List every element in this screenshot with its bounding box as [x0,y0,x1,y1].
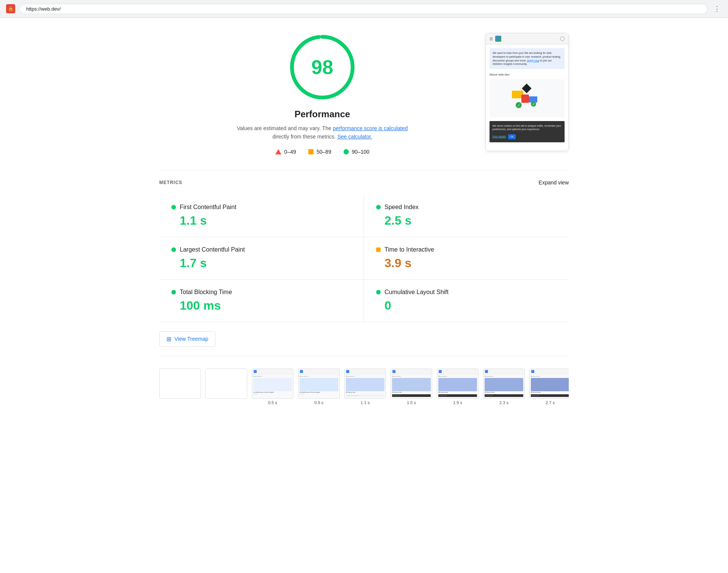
legend-item-fail: 0–49 [275,149,296,155]
shape-diamond [522,83,531,93]
filmstrip: About web.dev Let's build the future of … [159,365,569,408]
metric-card-tbt: Total Blocking Time 100 ms [159,280,364,322]
tbt-value: 100 ms [171,299,351,313]
preview-hamburger-icon: ☰ [490,37,493,41]
treemap-icon: ⊞ [166,335,171,343]
average-icon [308,149,314,154]
filmstrip-thumb-7: About web.dev We show you what We serve … [483,368,525,399]
url-bar[interactable]: https://web.dev/ [20,4,708,14]
metric-card-si: Speed Index 2.5 s [364,195,569,237]
shape-check-circle-2: ✓ [531,101,536,107]
score-legend: 0–49 50–89 90–100 [275,149,370,155]
metrics-label: METRICS [159,180,182,185]
screenshot-preview: ☰ We want to hear from you! We are looki… [485,33,569,151]
preview-heading: About web.dev [490,73,565,76]
filmstrip-time-5: 1.5 s [391,400,432,405]
section-divider [159,170,569,170]
filmstrip-time-4: 1.1 s [344,400,386,405]
fail-range: 0–49 [284,149,296,155]
score-desc-prefix: Values are estimated and may vary. The [237,125,333,131]
lcp-value: 1.7 s [171,256,351,270]
metric-lcp-name-row: Largest Contentful Paint [171,246,351,253]
filmstrip-frame-3: About web.dev Let's build the future of … [298,368,340,405]
shape-pink-hex [521,94,529,103]
filmstrip-thumb-8: About web.dev We show you what We serve … [529,368,569,399]
preview-browser-bar: ☰ [486,33,568,44]
si-status-icon [376,205,381,209]
metric-card-cls: Cumulative Layout Shift 0 [364,280,569,322]
expand-view-button[interactable]: Expand view [539,179,569,186]
cls-label: Cumulative Layout Shift [384,289,449,296]
lcp-label: Largest Contentful Paint [180,246,245,253]
metrics-header: METRICS Expand view [159,179,569,186]
browser-app-icon: 🔒 [6,4,15,13]
legend-item-pass: 90–100 [344,149,370,155]
cookie-more-details-link[interactable]: More details [493,135,506,138]
filmstrip-frame-8: About web.dev We show you what We serve … [529,368,569,405]
legend-item-average: 50–89 [308,149,331,155]
filmstrip-thumb-5: About web.dev We show you what We serve … [391,368,432,399]
metric-tbt-name-row: Total Blocking Time [171,289,351,296]
tti-value: 3.9 s [376,256,557,270]
preview-banner: We want to hear from you! We are looking… [490,48,565,69]
shape-check-circle-1: ✓ [516,102,522,108]
filmstrip-frame-4: About web.dev We show you what We serve … [344,368,386,405]
score-section: 98 Performance Values are estimated and … [159,33,569,155]
tti-status-icon [376,247,381,252]
illustration-shapes: ✓ ✓ [510,83,544,113]
filmstrip-time-6: 1.9 s [437,400,479,405]
performance-score-link[interactable]: performance score is calculated [333,125,408,131]
score-description: Values are estimated and may vary. The p… [231,124,413,141]
pass-range: 90–100 [352,149,370,155]
preview-body: We want to hear from you! We are looking… [486,44,568,151]
banner-link[interactable]: Apply now [527,59,539,62]
metric-cls-name-row: Cumulative Layout Shift [376,289,557,296]
si-label: Speed Index [384,204,419,211]
cookie-text: We serve cookies on this site to analyze… [493,124,561,131]
score-desc-middle: directly from these metrics. [273,134,337,140]
average-range: 50–89 [317,149,331,155]
fcp-value: 1.1 s [171,214,351,228]
filmstrip-thumb-2: About web.dev Let's build the future of … [252,368,293,399]
lcp-status-icon [171,247,176,252]
score-left-panel: 98 Performance Values are estimated and … [159,33,485,155]
treemap-section: ⊞ View Treemap [159,322,569,356]
tbt-status-icon [171,290,176,294]
filmstrip-thumb-4: About web.dev We show you what We serve … [344,368,386,399]
cls-value: 0 [376,299,557,313]
browser-menu-icon[interactable]: ⋮ [712,3,722,14]
score-circle: 98 [288,33,356,101]
preview-logo [495,36,501,42]
fail-icon [275,149,281,154]
tbt-label: Total Blocking Time [180,289,232,296]
metrics-grid: First Contentful Paint 1.1 s Speed Index… [159,195,569,322]
metric-card-fcp: First Contentful Paint 1.1 s [159,195,364,237]
calculator-link[interactable]: See calculator. [337,134,372,140]
tti-label: Time to Interactive [384,246,434,253]
filmstrip-time-3: 0.9 s [298,400,340,405]
browser-chrome: 🔒 https://web.dev/ ⋮ [0,0,728,18]
view-treemap-button[interactable]: ⊞ View Treemap [159,331,215,347]
filmstrip-thumb-1 [206,368,247,399]
filmstrip-frame-5: About web.dev We show you what We serve … [391,368,432,405]
si-value: 2.5 s [376,214,557,228]
main-content: 98 Performance Values are estimated and … [136,18,592,423]
cookie-ok-button[interactable]: Ok [508,134,516,139]
filmstrip-frame-0 [159,368,201,405]
metric-card-lcp: Largest Contentful Paint 1.7 s [159,237,364,280]
filmstrip-thumb-6: About web.dev We show you what We serve … [437,368,479,399]
preview-search-icon [560,36,565,41]
metric-fcp-name-row: First Contentful Paint [171,204,351,211]
metric-si-name-row: Speed Index [376,204,557,211]
fcp-label: First Contentful Paint [180,204,236,211]
treemap-button-label: View Treemap [174,336,208,342]
metric-tti-name-row: Time to Interactive [376,246,557,253]
performance-score: 98 [311,56,333,79]
filmstrip-frame-1 [206,368,247,405]
metric-card-tti: Time to Interactive 3.9 s [364,237,569,280]
fcp-status-icon [171,205,176,209]
filmstrip-time-2: 0.5 s [252,400,293,405]
preview-illustration: ✓ ✓ [490,79,565,117]
filmstrip-thumb-0 [159,368,201,399]
filmstrip-thumb-3: About web.dev Let's build the future of … [298,368,340,399]
